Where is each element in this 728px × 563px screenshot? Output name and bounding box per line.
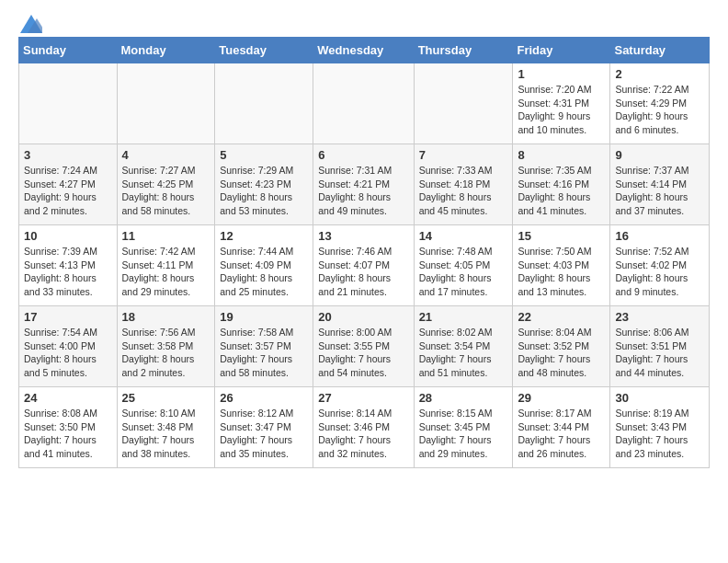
day-number: 18	[122, 310, 210, 324]
day-number: 7	[419, 148, 508, 162]
day-number: 5	[220, 148, 308, 162]
calendar-cell: 22Sunrise: 8:04 AM Sunset: 3:52 PM Dayli…	[513, 306, 610, 387]
calendar-cell	[215, 63, 313, 144]
day-info: Sunrise: 7:27 AM Sunset: 4:25 PM Dayligh…	[122, 164, 210, 218]
day-info: Sunrise: 7:54 AM Sunset: 4:00 PM Dayligh…	[24, 326, 112, 380]
calendar-cell: 7Sunrise: 7:33 AM Sunset: 4:18 PM Daylig…	[414, 144, 513, 225]
day-number: 10	[24, 229, 112, 243]
day-info: Sunrise: 7:35 AM Sunset: 4:16 PM Dayligh…	[518, 164, 605, 218]
day-number: 2	[615, 67, 704, 81]
day-number: 15	[518, 229, 605, 243]
day-info: Sunrise: 7:48 AM Sunset: 4:05 PM Dayligh…	[419, 245, 508, 299]
calendar-body: 1Sunrise: 7:20 AM Sunset: 4:31 PM Daylig…	[19, 63, 710, 468]
day-number: 3	[24, 148, 112, 162]
day-number: 27	[318, 391, 408, 405]
week-row-2: 3Sunrise: 7:24 AM Sunset: 4:27 PM Daylig…	[19, 144, 710, 225]
day-info: Sunrise: 8:14 AM Sunset: 3:46 PM Dayligh…	[318, 407, 408, 461]
day-info: Sunrise: 7:46 AM Sunset: 4:07 PM Dayligh…	[318, 245, 408, 299]
day-info: Sunrise: 7:20 AM Sunset: 4:31 PM Dayligh…	[518, 83, 605, 137]
calendar-cell: 5Sunrise: 7:29 AM Sunset: 4:23 PM Daylig…	[215, 144, 313, 225]
day-info: Sunrise: 7:52 AM Sunset: 4:02 PM Dayligh…	[615, 245, 704, 299]
calendar-cell: 9Sunrise: 7:37 AM Sunset: 4:14 PM Daylig…	[610, 144, 710, 225]
day-number: 26	[220, 391, 308, 405]
week-row-4: 17Sunrise: 7:54 AM Sunset: 4:00 PM Dayli…	[19, 306, 710, 387]
day-number: 19	[220, 310, 308, 324]
calendar-cell: 13Sunrise: 7:46 AM Sunset: 4:07 PM Dayli…	[313, 225, 414, 306]
calendar-cell: 26Sunrise: 8:12 AM Sunset: 3:47 PM Dayli…	[215, 387, 313, 468]
calendar-cell	[414, 63, 513, 144]
header-day-tuesday: Tuesday	[215, 38, 313, 63]
calendar-cell: 11Sunrise: 7:42 AM Sunset: 4:11 PM Dayli…	[117, 225, 215, 306]
day-number: 4	[122, 148, 210, 162]
calendar-cell: 27Sunrise: 8:14 AM Sunset: 3:46 PM Dayli…	[313, 387, 414, 468]
day-number: 1	[518, 67, 605, 81]
calendar-cell	[19, 63, 118, 144]
calendar-cell: 23Sunrise: 8:06 AM Sunset: 3:51 PM Dayli…	[610, 306, 710, 387]
calendar-cell: 17Sunrise: 7:54 AM Sunset: 4:00 PM Dayli…	[19, 306, 118, 387]
calendar-cell: 21Sunrise: 8:02 AM Sunset: 3:54 PM Dayli…	[414, 306, 513, 387]
day-number: 29	[518, 391, 605, 405]
header-day-saturday: Saturday	[610, 38, 710, 63]
calendar-cell: 18Sunrise: 7:56 AM Sunset: 3:58 PM Dayli…	[117, 306, 215, 387]
logo	[18, 15, 42, 29]
day-number: 23	[615, 310, 704, 324]
calendar-cell: 6Sunrise: 7:31 AM Sunset: 4:21 PM Daylig…	[313, 144, 414, 225]
day-number: 20	[318, 310, 408, 324]
header-day-sunday: Sunday	[19, 38, 118, 63]
day-info: Sunrise: 8:02 AM Sunset: 3:54 PM Dayligh…	[419, 326, 508, 380]
day-number: 25	[122, 391, 210, 405]
calendar-table: SundayMondayTuesdayWednesdayThursdayFrid…	[18, 37, 710, 468]
day-info: Sunrise: 7:29 AM Sunset: 4:23 PM Dayligh…	[220, 164, 308, 218]
day-number: 16	[615, 229, 704, 243]
calendar-cell: 15Sunrise: 7:50 AM Sunset: 4:03 PM Dayli…	[513, 225, 610, 306]
day-number: 14	[419, 229, 508, 243]
day-info: Sunrise: 7:37 AM Sunset: 4:14 PM Dayligh…	[615, 164, 704, 218]
calendar-cell: 4Sunrise: 7:27 AM Sunset: 4:25 PM Daylig…	[117, 144, 215, 225]
day-number: 8	[518, 148, 605, 162]
calendar-cell: 20Sunrise: 8:00 AM Sunset: 3:55 PM Dayli…	[313, 306, 414, 387]
day-number: 22	[518, 310, 605, 324]
week-row-3: 10Sunrise: 7:39 AM Sunset: 4:13 PM Dayli…	[19, 225, 710, 306]
day-number: 17	[24, 310, 112, 324]
header-day-friday: Friday	[513, 38, 610, 63]
page-header	[0, 0, 728, 37]
calendar-cell: 24Sunrise: 8:08 AM Sunset: 3:50 PM Dayli…	[19, 387, 118, 468]
calendar-header: SundayMondayTuesdayWednesdayThursdayFrid…	[19, 38, 710, 63]
day-number: 6	[318, 148, 408, 162]
day-info: Sunrise: 7:56 AM Sunset: 3:58 PM Dayligh…	[122, 326, 210, 380]
calendar-cell: 30Sunrise: 8:19 AM Sunset: 3:43 PM Dayli…	[610, 387, 710, 468]
day-info: Sunrise: 7:50 AM Sunset: 4:03 PM Dayligh…	[518, 245, 605, 299]
day-info: Sunrise: 7:44 AM Sunset: 4:09 PM Dayligh…	[220, 245, 308, 299]
day-number: 30	[615, 391, 704, 405]
day-number: 28	[419, 391, 508, 405]
calendar-cell: 3Sunrise: 7:24 AM Sunset: 4:27 PM Daylig…	[19, 144, 118, 225]
calendar-cell: 2Sunrise: 7:22 AM Sunset: 4:29 PM Daylig…	[610, 63, 710, 144]
calendar-cell: 1Sunrise: 7:20 AM Sunset: 4:31 PM Daylig…	[513, 63, 610, 144]
calendar-cell: 12Sunrise: 7:44 AM Sunset: 4:09 PM Dayli…	[215, 225, 313, 306]
week-row-1: 1Sunrise: 7:20 AM Sunset: 4:31 PM Daylig…	[19, 63, 710, 144]
calendar-cell	[117, 63, 215, 144]
week-row-5: 24Sunrise: 8:08 AM Sunset: 3:50 PM Dayli…	[19, 387, 710, 468]
day-info: Sunrise: 7:24 AM Sunset: 4:27 PM Dayligh…	[24, 164, 112, 218]
day-number: 21	[419, 310, 508, 324]
header-day-wednesday: Wednesday	[313, 38, 414, 63]
day-info: Sunrise: 8:17 AM Sunset: 3:44 PM Dayligh…	[518, 407, 605, 461]
calendar-cell: 8Sunrise: 7:35 AM Sunset: 4:16 PM Daylig…	[513, 144, 610, 225]
day-info: Sunrise: 7:33 AM Sunset: 4:18 PM Dayligh…	[419, 164, 508, 218]
day-info: Sunrise: 7:31 AM Sunset: 4:21 PM Dayligh…	[318, 164, 408, 218]
day-info: Sunrise: 8:06 AM Sunset: 3:51 PM Dayligh…	[615, 326, 704, 380]
day-info: Sunrise: 8:00 AM Sunset: 3:55 PM Dayligh…	[318, 326, 408, 380]
header-day-thursday: Thursday	[414, 38, 513, 63]
day-number: 11	[122, 229, 210, 243]
calendar-cell: 14Sunrise: 7:48 AM Sunset: 4:05 PM Dayli…	[414, 225, 513, 306]
day-number: 24	[24, 391, 112, 405]
calendar-cell: 29Sunrise: 8:17 AM Sunset: 3:44 PM Dayli…	[513, 387, 610, 468]
logo-icon	[20, 15, 42, 33]
day-info: Sunrise: 8:10 AM Sunset: 3:48 PM Dayligh…	[122, 407, 210, 461]
day-number: 9	[615, 148, 704, 162]
calendar-cell: 16Sunrise: 7:52 AM Sunset: 4:02 PM Dayli…	[610, 225, 710, 306]
calendar-wrap: SundayMondayTuesdayWednesdayThursdayFrid…	[0, 37, 728, 477]
header-row: SundayMondayTuesdayWednesdayThursdayFrid…	[19, 38, 710, 63]
day-number: 12	[220, 229, 308, 243]
calendar-cell: 10Sunrise: 7:39 AM Sunset: 4:13 PM Dayli…	[19, 225, 118, 306]
